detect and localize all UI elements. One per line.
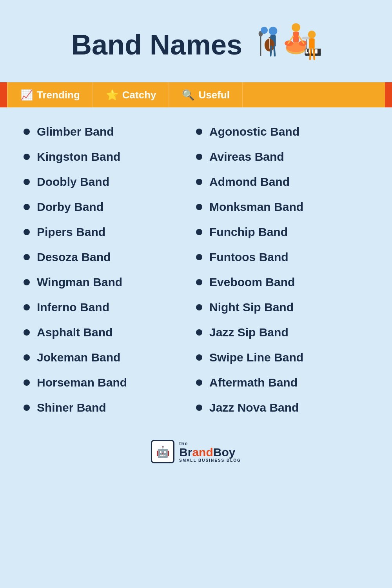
tab-trending[interactable]: 📈 Trending [7,82,93,107]
bullet-icon [196,129,202,135]
band-name: Shiner Band [37,401,106,415]
list-item: Jazz Sip Band [196,320,368,345]
bullet-icon [24,154,30,160]
band-name: Kingston Band [37,150,120,164]
band-name: Horseman Band [37,376,127,390]
band-name: Pipers Band [37,225,105,239]
list-item: Pipers Band [24,220,196,245]
band-illustration [250,16,321,74]
bullet-icon [24,279,30,285]
footer-brandboy: BrandBoy [179,446,235,458]
trending-icon: 📈 [20,89,33,101]
svg-point-31 [261,27,268,34]
bullet-icon [24,329,30,336]
list-item: Inferno Band [24,295,196,320]
bullet-icon [196,179,202,185]
list-item: Monksman Band [196,194,368,220]
band-name: Monksman Band [209,200,303,214]
list-item: Funtoos Band [196,245,368,270]
tab-catchy[interactable]: ⭐ Catchy [93,82,170,107]
catchy-icon: ⭐ [106,89,118,101]
bullet-icon [24,204,30,210]
list-item: Eveboom Band [196,270,368,295]
bullet-icon [196,229,202,235]
band-name: Dorby Band [37,200,103,214]
band-name: Avireas Band [209,150,284,164]
page-wrapper: Band Names [0,0,392,588]
svg-point-10 [269,27,278,35]
list-item: Kingston Band [24,144,196,169]
band-name: Night Sip Band [209,300,294,314]
names-column-right: Agonostic Band Avireas Band Admond Band … [196,119,368,420]
tab-catchy-label: Catchy [122,89,156,101]
bullet-icon [196,279,202,285]
bullet-icon [24,254,30,260]
list-item: Doobly Band [24,169,196,194]
band-name: Funchip Band [209,225,288,239]
main-content: Glimber Band Kingston Band Doobly Band D… [0,107,392,428]
tabs-bar: 📈 Trending ⭐ Catchy 🔍 Useful [0,82,392,107]
bullet-icon [196,154,202,160]
footer-logo: 🤖 [151,440,174,463]
list-item: Horseman Band [24,370,196,395]
band-name: Swipe Line Band [209,350,303,365]
bullet-icon [196,254,202,260]
bullet-icon [24,379,30,386]
bullet-icon [196,405,202,411]
band-name: Doobly Band [37,175,109,189]
svg-line-15 [270,47,271,56]
bullet-icon [24,179,30,185]
band-name: Jazz Sip Band [209,325,289,339]
names-column-left: Glimber Band Kingston Band Doobly Band D… [24,119,196,420]
band-name: Eveboom Band [209,275,295,289]
list-item: Aftermath Band [196,370,368,395]
list-item: Jokeman Band [24,345,196,370]
names-grid: Glimber Band Kingston Band Doobly Band D… [24,119,368,420]
svg-rect-23 [315,49,318,54]
band-name: Funtoos Band [209,250,289,264]
tab-useful[interactable]: 🔍 Useful [169,82,243,107]
list-item: Wingman Band [24,270,196,295]
band-name: Aftermath Band [209,376,298,390]
list-item: Shiner Band [24,395,196,420]
list-item: Avireas Band [196,144,368,169]
svg-rect-18 [309,38,314,48]
svg-line-16 [274,47,275,56]
useful-icon: 🔍 [182,89,194,101]
bullet-icon [24,304,30,310]
band-name: Agonostic Band [209,125,299,139]
bullet-icon [24,129,30,135]
page-title: Band Names [71,29,242,60]
band-name: Inferno Band [37,300,109,314]
bullet-icon [196,354,202,361]
bullet-icon [196,329,202,336]
list-item: Dorby Band [24,194,196,220]
bullet-icon [24,405,30,411]
bullet-icon [196,379,202,386]
band-name: Jokeman Band [37,350,120,365]
svg-rect-1 [293,32,299,42]
svg-point-17 [308,31,316,38]
bullet-icon [24,229,30,235]
list-item: Agonostic Band [196,119,368,144]
list-item: Night Sip Band [196,295,368,320]
list-item: Jazz Nova Band [196,395,368,420]
svg-rect-24 [307,49,309,52]
tab-accent-left [0,82,7,107]
footer-text: the BrandBoy SMALL BUSINESS BLOG [179,441,241,463]
list-item: Swipe Line Band [196,345,368,370]
tab-accent-right [385,82,392,107]
bullet-icon [196,304,202,310]
svg-line-27 [310,48,311,59]
tabs-inner: 📈 Trending ⭐ Catchy 🔍 Useful [7,82,385,107]
band-name: Glimber Band [37,125,114,139]
band-name: Admond Band [209,175,290,189]
list-item: Funchip Band [196,220,368,245]
band-name: Wingman Band [37,275,122,289]
bullet-icon [196,204,202,210]
list-item: Asphalt Band [24,320,196,345]
tab-useful-label: Useful [198,89,229,101]
svg-line-28 [314,48,314,59]
list-item: Admond Band [196,169,368,194]
footer: 🤖 the BrandBoy SMALL BUSINESS BLOG [151,440,241,463]
